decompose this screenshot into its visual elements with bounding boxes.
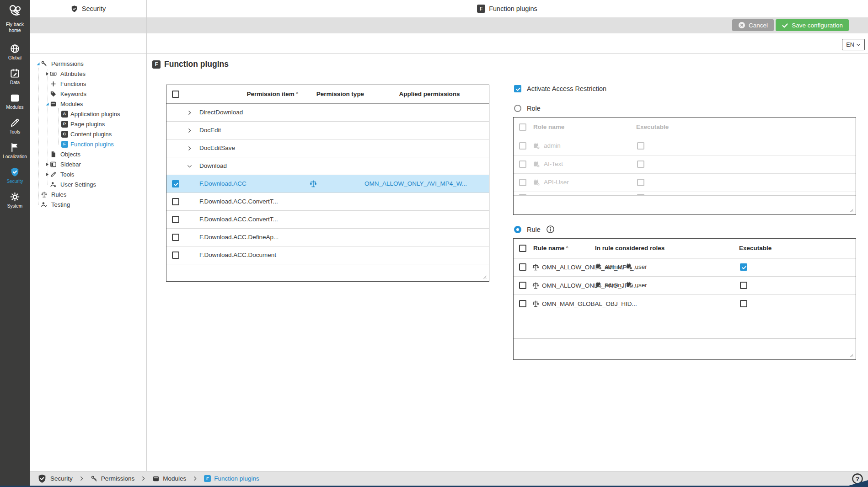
rule-row-checkbox[interactable] (519, 282, 526, 289)
rail-item-label: Localization (3, 154, 27, 159)
rail-item-data[interactable]: Data (0, 64, 30, 89)
modules-box-icon (50, 100, 57, 107)
breadcrumb-item-modules[interactable]: Modules (152, 475, 186, 482)
permission-row-f-download-acc[interactable]: F.Download.ACCOMN_ALLOW_ONLY_AVI_MP4_W..… (166, 175, 489, 193)
cancel-button[interactable]: Cancel (732, 19, 774, 31)
tree-item-content-plugins[interactable]: CContent plugins (30, 129, 146, 139)
rail-item-tools[interactable]: Tools (0, 113, 30, 138)
plugin-a-icon: A (61, 111, 68, 118)
info-icon[interactable] (546, 225, 555, 234)
rule-executable-checkbox[interactable] (740, 300, 747, 307)
row-expand-icon[interactable] (187, 110, 193, 116)
column-header-rule-name[interactable]: Rule name^ (533, 245, 568, 252)
rail-item-security[interactable]: Security (0, 163, 30, 187)
permission-row-f-download-acc-document[interactable]: F.Download.ACC.Document (166, 246, 489, 264)
globe-icon (10, 43, 20, 54)
permission-row-checkbox[interactable] (172, 252, 179, 259)
permission-row-download[interactable]: Download (166, 157, 489, 175)
tree-item-attributes[interactable]: ABAttributes (30, 69, 146, 79)
rule-executable-checkbox[interactable] (740, 282, 747, 289)
rule-row-omn-allow-only-png-jpg[interactable]: OMN_ALLOW_ONLY_PNG_JPG...admin,user (514, 277, 856, 295)
tree-item-modules[interactable]: Modules (30, 99, 146, 109)
rule-row-omn-mam-global-obj-hid[interactable]: OMN_MAM_GLOBAL_OBJ_HID... (514, 295, 856, 313)
select-all-permissions-checkbox[interactable] (172, 91, 179, 98)
row-collapse-icon[interactable] (187, 163, 193, 169)
table-resize-handle[interactable] (848, 352, 854, 358)
tree-item-user-settings[interactable]: User Settings (30, 179, 146, 189)
permission-row-docedit[interactable]: DocEdit (166, 122, 489, 139)
tree-item-application-plugins[interactable]: AApplication plugins (30, 109, 146, 119)
select-all-roles-checkbox[interactable] (519, 123, 526, 131)
permission-row-f-download-acc-convertt[interactable]: F.Download.ACC.ConvertT... (166, 211, 489, 229)
tree-item-function-plugins[interactable]: FFunction plugins (30, 139, 146, 149)
tree-item-objects[interactable]: Objects (30, 149, 146, 159)
tree-item-testing[interactable]: Testing (30, 199, 146, 209)
role-radio[interactable] (514, 105, 521, 112)
role-row-checkbox[interactable] (519, 179, 526, 186)
rule-row-checkbox[interactable] (519, 300, 526, 307)
table-resize-handle[interactable] (848, 207, 854, 213)
role-executable-checkbox[interactable] (637, 179, 644, 186)
rule-row-omn-allow-only-avi-mp4[interactable]: OMN_ALLOW_ONLY_AVI_MP4_...admin,user (514, 258, 856, 277)
column-header-applied-permissions[interactable]: Applied permissions (377, 91, 482, 97)
permission-row-f-download-acc-defineap[interactable]: F.Download.ACC.DefineAp... (166, 229, 489, 246)
tree-item-icon-slot (51, 150, 58, 158)
role-executable-checkbox[interactable] (637, 194, 644, 196)
activate-access-restriction-checkbox[interactable] (514, 85, 521, 92)
rail-item-localization[interactable]: Localization (0, 138, 30, 163)
column-header-considered-roles[interactable]: In rule considered roles (595, 245, 664, 252)
role-row-admin[interactable]: admin (514, 137, 856, 155)
rule-radio-label: Rule (527, 226, 541, 233)
chevron-down-icon (856, 43, 861, 47)
rail-item-fly-back-home[interactable]: Fly back home (0, 4, 30, 33)
language-select[interactable]: EN (842, 39, 865, 50)
tree-item-label: Page plugins (70, 121, 105, 128)
tree-item-page-plugins[interactable]: PPage plugins (30, 119, 146, 129)
tree-item-sidebar[interactable]: Sidebar (30, 159, 146, 169)
permission-row-checkbox[interactable] (172, 216, 179, 223)
select-all-rules-checkbox[interactable] (519, 245, 526, 252)
tree-item-label: Testing (51, 201, 70, 208)
tree-item-functions[interactable]: Functions (30, 79, 146, 89)
column-header-rule-executable[interactable]: Executable (739, 245, 772, 252)
tree-item-rules[interactable]: Rules (30, 189, 146, 199)
rail-item-system[interactable]: System (0, 187, 30, 212)
role-row-api-user[interactable]: API-User (514, 174, 856, 192)
breadcrumb-item-permissions[interactable]: Permissions (91, 475, 135, 482)
rail-item-modules[interactable]: Modules (0, 89, 30, 113)
row-expand-icon[interactable] (187, 145, 193, 151)
permission-row-f-download-acc-convertt[interactable]: F.Download.ACC.ConvertT... (166, 193, 489, 211)
rule-row-checkbox[interactable] (519, 263, 526, 271)
permission-row-checkbox[interactable] (172, 198, 179, 205)
role-table-header: Role name Executable (514, 118, 856, 137)
column-header-role-executable[interactable]: Executable (636, 123, 669, 130)
permission-row-checkbox[interactable] (172, 234, 179, 241)
tree-item-keywords[interactable]: Keywords (30, 89, 146, 99)
breadcrumb-item-security[interactable]: Security (37, 474, 73, 484)
bee-logo-icon (8, 4, 22, 18)
table-resize-handle[interactable] (481, 273, 487, 279)
tree-item-permissions[interactable]: Permissions (30, 59, 146, 69)
role-row-checkbox[interactable] (519, 194, 526, 196)
role-row-ai-text[interactable]: AI-Text (514, 155, 856, 174)
role-executable-checkbox[interactable] (637, 161, 644, 168)
permission-row-label: Download (199, 157, 227, 175)
row-expand-icon[interactable] (187, 128, 193, 134)
tree-item-tools[interactable]: Tools (30, 169, 146, 179)
tree-panel-title-label: Security (82, 5, 106, 12)
column-header-role-name[interactable]: Role name (533, 123, 564, 130)
rule-executable-checkbox[interactable] (740, 263, 747, 271)
rail-item-global[interactable]: Global (0, 39, 30, 64)
tree-item-label: Rules (51, 191, 66, 198)
plugin-f-icon: F (61, 141, 68, 148)
save-configuration-button[interactable]: Save configuration (776, 19, 849, 31)
permission-row-doceditsave[interactable]: DocEditSave (166, 139, 489, 157)
role-row-checkbox[interactable] (519, 142, 526, 150)
column-header-permission-type[interactable]: Permission type (304, 91, 377, 97)
permission-row-directdownload[interactable]: DirectDownload (166, 104, 489, 122)
rule-radio[interactable] (514, 226, 521, 233)
role-executable-checkbox[interactable] (637, 142, 644, 150)
breadcrumb-item-function-plugins[interactable]: FFunction plugins (204, 475, 259, 482)
permission-row-checkbox[interactable] (172, 180, 179, 187)
role-row-checkbox[interactable] (519, 161, 526, 168)
